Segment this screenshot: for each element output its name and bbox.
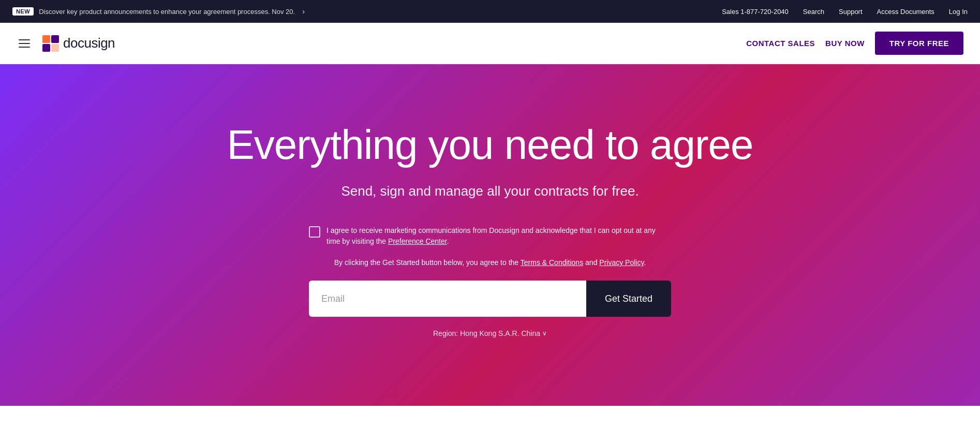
hamburger-line-2 [19, 43, 30, 44]
announcement-text: Discover key product announcements to en… [39, 8, 295, 16]
privacy-policy-link[interactable]: Privacy Policy [599, 258, 644, 267]
announcement-left: NEW Discover key product announcements t… [12, 7, 305, 16]
region-selector[interactable]: Region: Hong Kong S.A.R. China ∨ [433, 329, 547, 337]
hamburger-menu-button[interactable] [17, 37, 32, 50]
svg-rect-0 [42, 35, 50, 43]
hero-title: Everything you need to agree [227, 122, 753, 168]
main-nav: docusign CONTACT SALES BUY NOW TRY FOR F… [0, 23, 980, 64]
svg-rect-1 [51, 35, 59, 43]
announcement-bar: NEW Discover key product announcements t… [0, 0, 980, 23]
logo-text: docusign [63, 35, 115, 51]
docusign-logo-icon [42, 35, 59, 52]
nav-right: CONTACT SALES BUY NOW TRY FOR FREE [746, 32, 963, 55]
logo[interactable]: docusign [42, 35, 115, 52]
region-chevron-icon: ∨ [542, 330, 547, 337]
email-input[interactable] [309, 281, 586, 317]
access-documents-link[interactable]: Access Documents [877, 8, 934, 16]
terms-conditions-link[interactable]: Terms & Conditions [521, 258, 583, 267]
preference-center-link[interactable]: Preference Center [388, 237, 447, 245]
buy-now-link[interactable]: BUY NOW [825, 39, 865, 48]
sales-phone-link[interactable]: Sales 1-877-720-2040 [722, 8, 789, 16]
get-started-button[interactable]: Get Started [586, 281, 671, 317]
contact-sales-link[interactable]: CONTACT SALES [746, 39, 815, 48]
search-link[interactable]: Search [803, 8, 824, 16]
email-form: Get Started [309, 281, 671, 317]
nav-left: docusign [17, 35, 115, 52]
support-link[interactable]: Support [839, 8, 863, 16]
announcement-right: Sales 1-877-720-2040 Search Support Acce… [722, 8, 968, 16]
marketing-consent-checkbox[interactable] [309, 226, 320, 238]
svg-rect-3 [51, 44, 59, 52]
announcement-arrow-icon: › [302, 7, 305, 16]
hamburger-line-3 [19, 47, 30, 48]
new-badge: NEW [12, 7, 34, 16]
svg-rect-2 [42, 44, 50, 52]
hero-section: Everything you need to agree Send, sign … [0, 64, 980, 406]
region-text: Region: Hong Kong S.A.R. China [433, 329, 540, 337]
try-for-free-button[interactable]: TRY FOR FREE [875, 32, 963, 55]
marketing-consent-row: I agree to receive marketing communicati… [309, 225, 671, 247]
login-link[interactable]: Log In [949, 8, 968, 16]
terms-text: By clicking the Get Started button below… [334, 257, 646, 268]
marketing-consent-label: I agree to receive marketing communicati… [326, 225, 671, 247]
hero-subtitle: Send, sign and manage all your contracts… [341, 183, 639, 199]
hamburger-line-1 [19, 39, 30, 40]
